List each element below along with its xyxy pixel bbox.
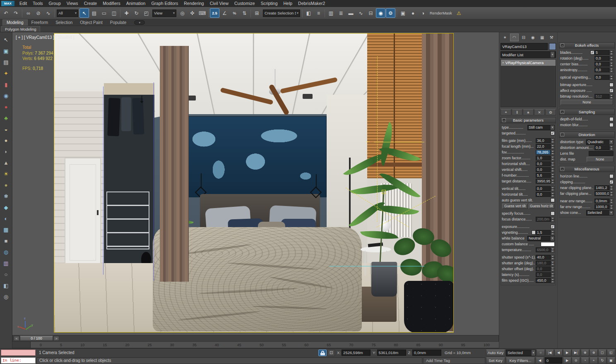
spinner-down-icon[interactable]: ▼	[551, 250, 555, 253]
rollout-header[interactable]: Bokeh effects-	[559, 42, 615, 48]
spinner-down-icon[interactable]: ▼	[551, 146, 555, 149]
menu-item-create[interactable]: Create	[81, 0, 100, 7]
param-field[interactable]: 5,6	[536, 173, 551, 178]
rollout-header[interactable]: Miscellaneous-	[559, 166, 615, 172]
menu-item-help[interactable]: Help	[280, 0, 295, 7]
percent-snap-toggle-icon[interactable]: %	[230, 8, 239, 18]
material-editor-icon[interactable]: ◉	[376, 8, 385, 18]
tab-object-paint[interactable]: Object Paint	[76, 20, 106, 26]
tool-box-icon[interactable]: ■	[1, 235, 12, 246]
param-field[interactable]: 0,0	[594, 67, 609, 72]
guess-horiz-tilt-button[interactable]: Guess horiz tilt	[529, 204, 554, 209]
tool-snowflake-icon[interactable]: ❄	[1, 191, 12, 201]
spinner[interactable]: ▲▼	[551, 278, 555, 283]
go-to-end-button[interactable]: ▶|	[572, 350, 580, 356]
command-tab-display[interactable]: ▦	[538, 34, 547, 41]
checkbox[interactable]	[532, 230, 536, 235]
spinner-snap-toggle-icon[interactable]: ⇅	[240, 8, 249, 18]
go-to-start-button[interactable]: |◀	[546, 350, 554, 356]
tool-display-icon[interactable]: ▣	[1, 46, 12, 56]
spinner-down-icon[interactable]: ▼	[551, 164, 555, 167]
param-field[interactable]: 0,0	[594, 56, 609, 61]
time-slider[interactable]: < 0 / 100 >	[12, 335, 499, 342]
color-swatch[interactable]	[541, 242, 555, 247]
none-button[interactable]: None	[561, 100, 613, 105]
spinner-down-icon[interactable]: ▼	[609, 148, 614, 151]
spinner[interactable]: ▲▼	[551, 230, 555, 235]
param-field[interactable]: 1000,0	[594, 204, 609, 209]
command-tab-modify[interactable]: ◠	[510, 34, 519, 41]
viewport-canvas[interactable]: ↓ ←	[54, 33, 454, 333]
tab-populate[interactable]: Populate	[106, 20, 130, 26]
viewport[interactable]: ↓ ← [ + ] [ VRayCam013 ] [ Shaded ] Tota…	[12, 32, 499, 335]
selection-filter-dropdown[interactable]: All▾	[57, 10, 78, 17]
snaps-toggle-icon[interactable]: 2.5	[210, 8, 219, 18]
select-and-link-icon[interactable]: ∞	[24, 8, 33, 18]
key-selection-dropdown[interactable]: Selected ▼	[506, 350, 536, 356]
spinner-down-icon[interactable]: ▼	[551, 158, 555, 161]
menu-item-debrismaker2[interactable]: DebrisMaker2	[295, 0, 328, 7]
spinner[interactable]: ▲▼	[609, 145, 614, 151]
checkbox[interactable]	[609, 123, 614, 127]
tool-target-icon[interactable]: ◎	[1, 291, 12, 302]
spinner[interactable]: ▲▼	[609, 50, 614, 55]
align-icon[interactable]: ≡	[314, 8, 323, 18]
spinner-down-icon[interactable]: ▼	[551, 152, 555, 155]
tool-hemisphere-icon[interactable]: ◐	[1, 213, 12, 224]
window-crossing-icon[interactable]: ◫	[109, 8, 119, 18]
menu-item-animation[interactable]: Animation	[123, 0, 149, 7]
render-setup-icon[interactable]: ⚙	[386, 8, 395, 18]
checkbox[interactable]	[551, 211, 555, 216]
track-bar[interactable]: 0510152025303540455055606570758085909510…	[12, 342, 499, 348]
spinner[interactable]: ▲▼	[609, 185, 614, 191]
param-field[interactable]: 200,0m	[536, 217, 551, 222]
tab-modeling[interactable]: Modeling	[2, 19, 28, 26]
param-field[interactable]: 22,0	[536, 144, 551, 149]
zoom-button[interactable]: ⊕	[581, 350, 589, 356]
param-field[interactable]: 0,0	[594, 145, 609, 150]
distortion-type-dropdown[interactable]: Quadratic▼	[586, 139, 614, 145]
spinner[interactable]: ▲▼	[551, 272, 555, 278]
render-iterative-icon[interactable]: ◑	[418, 8, 428, 18]
spinner-down-icon[interactable]: ▼	[551, 269, 555, 272]
rollout-header[interactable]: Sampling-	[559, 109, 615, 115]
overlay-camera-target[interactable]	[382, 190, 386, 194]
schematic-view-icon[interactable]: ⊟	[366, 8, 375, 18]
select-and-move-icon[interactable]: ✚	[122, 8, 131, 18]
spinner[interactable]: ▲▼	[551, 167, 555, 172]
tool-foliage-icon[interactable]: ♣	[1, 113, 12, 123]
spinner-down-icon[interactable]: ▼	[609, 194, 614, 196]
param-field[interactable]: 450,0	[536, 278, 551, 283]
angle-snap-toggle-icon[interactable]: ∠	[220, 8, 229, 18]
menu-item-group[interactable]: Group	[46, 0, 64, 7]
tab-polygon-modeling[interactable]: Polygon Modeling	[1, 26, 40, 32]
tool-chart-icon[interactable]: ▥	[1, 258, 12, 268]
param-field[interactable]: 50000,0	[594, 191, 609, 196]
spinner-down-icon[interactable]: ▼	[609, 207, 614, 210]
spinner-down-icon[interactable]: ▼	[609, 53, 614, 55]
white-balance-dropdown[interactable]: Neutral▼	[527, 236, 555, 241]
spinner[interactable]: ▲▼	[609, 67, 614, 73]
tool-notes-icon[interactable]: ▤	[1, 57, 12, 67]
spinner-down-icon[interactable]: ▼	[551, 194, 555, 197]
absolute-mode-toggle-icon[interactable]: ⊡	[327, 350, 335, 356]
app-logo[interactable]: MAX	[1, 1, 14, 6]
spinner-down-icon[interactable]: ▼	[551, 189, 555, 192]
checkbox[interactable]: ✓	[609, 89, 614, 93]
spinner[interactable]: ▲▼	[551, 186, 555, 192]
coordinate-z-field[interactable]: 0,0mm	[412, 350, 441, 356]
show-end-result-icon[interactable]: ‖	[512, 109, 522, 115]
time-slider-prev[interactable]: <	[14, 336, 19, 341]
toggle-ribbon-icon[interactable]: ▬	[346, 8, 356, 18]
pin-stack-icon[interactable]: ⌖	[500, 109, 511, 115]
tool-sphere-tan-icon[interactable]: ●	[1, 135, 12, 146]
spinner[interactable]: ▲▼	[551, 150, 555, 155]
spinner-down-icon[interactable]: ▼	[609, 58, 614, 61]
menu-item-civil-view[interactable]: Civil View	[207, 0, 231, 7]
previous-key-button[interactable]: ◀	[536, 357, 544, 364]
param-field[interactable]: 78,265	[536, 150, 551, 155]
checkbox[interactable]: ✓	[609, 180, 614, 184]
rollout-header[interactable]: Basic parameters-	[500, 117, 556, 123]
spinner-down-icon[interactable]: ▼	[609, 70, 614, 73]
default-in-out-tangents-icon[interactable]: ○	[537, 350, 545, 356]
